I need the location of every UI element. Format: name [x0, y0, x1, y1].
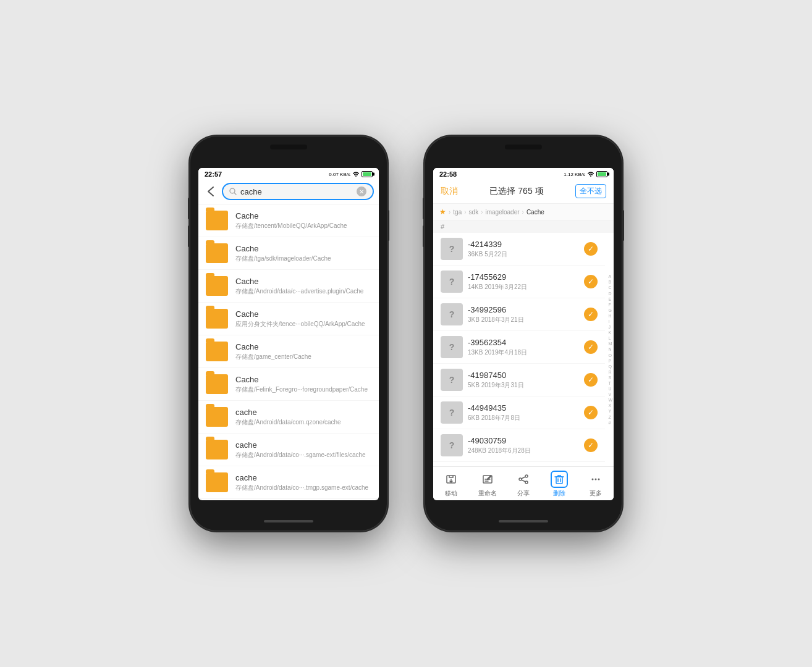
check-icon-4[interactable]: ✓ — [584, 373, 598, 387]
folder-icon-3 — [206, 309, 228, 329]
file-info-0: -4214339 36KB 5月22日 — [468, 240, 579, 259]
search-input[interactable]: cache — [240, 187, 353, 196]
breadcrumb-tga[interactable]: tga — [453, 209, 462, 216]
check-icon-0[interactable]: ✓ — [584, 242, 598, 256]
svg-point-6 — [519, 478, 522, 480]
file-info-5: -44949435 6KB 2018年7月8日 — [468, 403, 579, 422]
vol-up-button-2[interactable] — [423, 198, 425, 219]
file-meta-1: 14KB 2019年3月22日 — [468, 283, 579, 292]
vol-down-button-2[interactable] — [423, 225, 425, 247]
alpha-F[interactable]: F — [608, 302, 612, 308]
toolbar-item-more[interactable]: 更多 — [578, 471, 614, 498]
svg-point-5 — [525, 481, 528, 484]
power-button[interactable] — [387, 210, 389, 241]
check-icon-2[interactable]: ✓ — [584, 308, 598, 321]
alpha-H[interactable]: H — [608, 313, 612, 319]
alpha-S[interactable]: S — [608, 375, 612, 380]
cancel-button[interactable]: 取消 — [441, 186, 458, 197]
check-icon-5[interactable]: ✓ — [584, 406, 598, 419]
toolbar-item-move[interactable]: 移动 — [433, 471, 469, 498]
breadcrumb-cache[interactable]: Cache — [527, 209, 544, 216]
selection-title: 已选择 765 项 — [489, 186, 543, 197]
alpha-T[interactable]: T — [608, 380, 612, 386]
alpha-W[interactable]: W — [608, 397, 612, 403]
toolbar-item-delete[interactable]: 删除 — [541, 471, 577, 498]
result-item-8[interactable]: cache 存储盘/Android/data/co···.tmgp.sgame-… — [198, 466, 379, 499]
alpha-X[interactable]: X — [608, 403, 612, 408]
toolbar-label-move: 移动 — [445, 489, 457, 498]
alpha-L[interactable]: L — [608, 335, 612, 341]
alpha-P[interactable]: P — [608, 358, 612, 364]
breadcrumb-sdk[interactable]: sdk — [469, 209, 479, 216]
deselect-all-button[interactable]: 全不选 — [575, 184, 606, 198]
clear-button[interactable]: ✕ — [357, 187, 366, 196]
alpha-U[interactable]: U — [608, 386, 612, 392]
alpha-B[interactable]: B — [608, 279, 612, 285]
back-button[interactable] — [203, 184, 218, 199]
alpha-C[interactable]: C — [608, 285, 612, 290]
star-icon[interactable]: ★ — [439, 208, 446, 216]
breadcrumb-imageloader[interactable]: imageloader — [486, 209, 520, 216]
result-item-1[interactable]: Cache 存储盘/tga/sdk/imageloader/Cache — [198, 237, 379, 270]
vol-up-button[interactable] — [188, 198, 190, 219]
alpha-M[interactable]: M — [608, 341, 612, 346]
signal-text-1: 0.07 KB/s — [329, 172, 350, 177]
power-button-2[interactable] — [622, 210, 624, 241]
result-name-3: Cache — [235, 309, 365, 319]
result-item-2[interactable]: Cache 存储盘/Android/data/c···advertise.plu… — [198, 270, 379, 303]
file-item-2[interactable]: ? -34992596 3KB 2018年3月21日 ✓ — [433, 298, 605, 331]
file-thumb-2: ? — [441, 303, 463, 325]
alpha-N[interactable]: N — [608, 346, 612, 352]
alpha-E[interactable]: E — [608, 296, 612, 302]
alpha-A[interactable]: A — [608, 274, 612, 279]
phone1-home-bar — [264, 520, 313, 522]
result-item-6[interactable]: cache 存储盘/Android/data/com.qzone/cache — [198, 401, 379, 434]
phone1-notch — [270, 145, 307, 149]
result-item-7[interactable]: cache 存储盘/Android/data/co···.sgame-ext/f… — [198, 434, 379, 466]
toolbar-item-share[interactable]: 分享 — [505, 471, 541, 498]
toolbar-icon-more — [587, 471, 604, 488]
toolbar-item-rename[interactable]: 重命名 — [469, 471, 505, 498]
alpha-Z[interactable]: Z — [608, 414, 612, 420]
search-box[interactable]: cache ✕ — [222, 183, 374, 200]
file-item-3[interactable]: ? -39562354 13KB 2019年4月18日 ✓ — [433, 331, 605, 364]
alpha-Y[interactable]: Y — [608, 408, 612, 414]
vol-down-button[interactable] — [188, 225, 190, 247]
alpha-D[interactable]: D — [608, 291, 612, 296]
result-item-4[interactable]: Cache 存储盘/game_center/Cache — [198, 335, 379, 368]
file-name-4: -41987450 — [468, 371, 579, 380]
check-icon-1[interactable]: ✓ — [584, 275, 598, 288]
result-text-8: cache 存储盘/Android/data/co···.tmgp.sgame-… — [235, 473, 368, 492]
file-item-6[interactable]: ? -49030759 248KB 2018年6月28日 ✓ — [433, 429, 605, 462]
phone1-screen: 22:57 0.07 KB/s — [198, 168, 379, 500]
result-item-5[interactable]: Cache 存储盘/Felink_Foregro···foregroundpap… — [198, 368, 379, 401]
folder-icon-5 — [206, 374, 228, 394]
toolbar-icon-move — [442, 471, 460, 488]
file-item-0[interactable]: ? -4214339 36KB 5月22日 ✓ — [433, 233, 605, 266]
phone2-screen: 22:58 1.12 KB/s 取消 已选择 765 项 全不选 ★ › — [433, 168, 614, 500]
toolbar-icon-share — [515, 471, 532, 488]
alphabet-sidebar: ABCDEFGHIJKLMNOPQRSTUVWXYZ# — [608, 233, 612, 466]
check-icon-6[interactable]: ✓ — [584, 438, 598, 452]
file-item-5[interactable]: ? -44949435 6KB 2018年7月8日 ✓ — [433, 396, 605, 429]
alpha-J[interactable]: J — [608, 324, 612, 330]
section-header-hash: # — [433, 220, 614, 233]
folder-icon-0 — [206, 211, 228, 230]
status-icons-2: 1.12 KB/s — [564, 171, 607, 177]
file-name-5: -44949435 — [468, 403, 579, 413]
result-item-3[interactable]: Cache 应用分身文件夹/tence···obileQQ/ArkApp/Cac… — [198, 303, 379, 335]
time-display-2: 22:58 — [439, 170, 457, 178]
alpha-K[interactable]: K — [608, 330, 612, 335]
file-item-1[interactable]: ? -17455629 14KB 2019年3月22日 ✓ — [433, 266, 605, 298]
check-icon-3[interactable]: ✓ — [584, 340, 598, 354]
alpha-R[interactable]: R — [608, 369, 612, 375]
result-item-0[interactable]: Cache 存储盘/tencent/MobileQQ/ArkApp/Cache — [198, 204, 379, 237]
alpha-V[interactable]: V — [608, 392, 612, 397]
alpha-O[interactable]: O — [608, 353, 612, 358]
result-text-2: Cache 存储盘/Android/data/c···advertise.plu… — [235, 277, 363, 296]
file-item-4[interactable]: ? -41987450 5KB 2019年3月31日 ✓ — [433, 364, 605, 396]
alpha-G[interactable]: G — [608, 308, 612, 313]
alpha-#[interactable]: # — [608, 420, 612, 426]
alpha-I[interactable]: I — [608, 319, 612, 324]
alpha-Q[interactable]: Q — [608, 364, 612, 369]
